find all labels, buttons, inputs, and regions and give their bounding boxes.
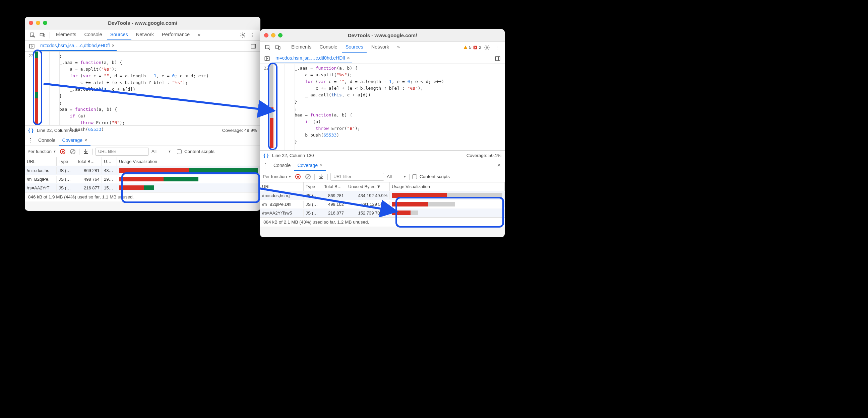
col-url[interactable]: URL <box>25 157 57 166</box>
url-filter-input[interactable] <box>331 173 384 181</box>
close-icon[interactable]: × <box>320 163 322 168</box>
cell-url: /rs=AA2YrTsw5 <box>260 209 304 216</box>
minimize-window-icon[interactable] <box>271 33 276 37</box>
col-unused[interactable]: U… <box>102 157 117 166</box>
close-icon[interactable]: × <box>112 42 115 48</box>
type-filter-select[interactable]: All▼ <box>152 149 171 154</box>
code-line: throw Error("B"); <box>275 125 444 132</box>
col-unused[interactable]: Unused Bytes ▼ <box>346 182 390 191</box>
tab-sources[interactable]: Sources <box>342 42 367 53</box>
coverage-row[interactable]: /m=B2qlPe, JS (… 498 764 293 … <box>25 175 260 183</box>
close-window-icon[interactable] <box>264 33 269 37</box>
errors-badge[interactable]: 2 <box>473 45 481 50</box>
drawer-tab-coverage[interactable]: Coverage× <box>59 136 91 146</box>
tab-sources[interactable]: Sources <box>107 30 131 40</box>
gear-icon[interactable] <box>238 31 247 39</box>
tab-console[interactable]: Console <box>316 42 341 53</box>
close-drawer-icon[interactable]: × <box>494 162 503 169</box>
gear-icon[interactable] <box>483 43 491 52</box>
content-scripts-label: Content scripts <box>184 149 215 154</box>
clear-icon[interactable] <box>69 148 76 155</box>
file-tab-active[interactable]: m=cdos,hsm,jsa,…c,dtl0hd,eHDfl × <box>274 54 352 63</box>
traffic-lights <box>264 33 282 37</box>
coverage-row[interactable]: /m=cdos,hs JS (… 869 281 435 … <box>25 166 260 175</box>
kebab-icon[interactable]: ⋮ <box>26 137 35 144</box>
tab-elements[interactable]: Elements <box>53 30 80 40</box>
col-usage[interactable]: Usage Visualization <box>390 182 505 191</box>
toggle-navigator-icon[interactable] <box>263 54 272 63</box>
code-line: throw Error("B"); <box>39 119 209 126</box>
tab-console[interactable]: Console <box>81 30 105 40</box>
coverage-mode-select[interactable]: Per function▼ <box>263 174 291 179</box>
coverage-row[interactable]: /rs=AA2YrT JS (… 216 877 155 … <box>25 183 260 192</box>
tabs-overflow[interactable]: » <box>394 42 403 53</box>
code-editor[interactable]: 22 ; _.aaa = function(a, b) { a = a.spli… <box>25 51 260 125</box>
file-tab-active[interactable]: m=cdos,hsm,jsa,…c,dtl0hd,eHDfl × <box>38 41 117 51</box>
minimize-window-icon[interactable] <box>36 21 40 25</box>
drawer-tab-console[interactable]: Console <box>270 161 294 171</box>
col-total[interactable]: Total B… <box>322 182 346 191</box>
maximize-window-icon[interactable] <box>43 21 47 25</box>
warnings-badge[interactable]: 5 <box>463 45 471 50</box>
col-total[interactable]: Total B… <box>75 157 102 166</box>
export-icon[interactable] <box>317 173 325 180</box>
toggle-navigator-icon[interactable] <box>28 42 36 50</box>
coverage-row[interactable]: /m=cdos,hsm,j JS (… 869,281 434,192 49.9… <box>260 191 505 200</box>
kebab-icon[interactable]: ⋮ <box>261 162 270 169</box>
device-toggle-icon[interactable] <box>274 43 282 52</box>
toggle-debugger-icon[interactable] <box>493 54 502 63</box>
coverage-status: Coverage: 49.9% <box>222 128 257 133</box>
coverage-summary: 846 kB of 1.9 MB (44%) used so far, 1.1 … <box>25 192 260 202</box>
code-line: c += a[e] + (e < b.length ? b[e] : "%s")… <box>275 85 444 92</box>
kebab-icon[interactable]: ⋮ <box>248 31 257 39</box>
coverage-row[interactable]: /m=B2qlPe,Dhl JS (… 499,102 291,129 58… <box>260 200 505 209</box>
tab-network[interactable]: Network <box>368 42 393 53</box>
close-window-icon[interactable] <box>29 21 33 25</box>
record-icon[interactable] <box>59 148 66 155</box>
col-url[interactable]: URL <box>260 182 304 191</box>
drawer-tab-console[interactable]: Console <box>35 136 59 146</box>
code-line: _.aaa = function(a, b) { <box>275 65 444 72</box>
content-scripts-checkbox[interactable] <box>412 174 417 179</box>
url-filter-input[interactable] <box>95 148 149 155</box>
drawer-tab-coverage[interactable]: Coverage× <box>294 161 326 171</box>
toggle-debugger-icon[interactable] <box>249 42 258 50</box>
cell-type: JS (… <box>304 209 322 216</box>
pretty-print-icon[interactable]: { } <box>28 128 33 133</box>
tabs-overflow[interactable]: » <box>194 30 204 40</box>
code-line: baa = function(a, b) { <box>39 106 209 113</box>
col-usage[interactable]: Usage Visualization <box>117 157 260 166</box>
traffic-lights <box>29 21 47 25</box>
cell-unused: 434,192 49.9% <box>346 192 390 199</box>
close-icon[interactable]: × <box>85 138 87 143</box>
svg-rect-16 <box>495 57 500 61</box>
tab-elements[interactable]: Elements <box>288 42 315 53</box>
coverage-gutter <box>35 51 38 125</box>
code-line: if (a) <box>275 118 444 125</box>
kebab-icon[interactable]: ⋮ <box>493 43 501 52</box>
code-line: baa = function(a, b) { <box>275 112 444 118</box>
device-toggle-icon[interactable] <box>38 31 47 39</box>
svg-point-18 <box>297 176 299 178</box>
cell-type: JS (… <box>57 184 75 191</box>
maximize-window-icon[interactable] <box>278 33 282 37</box>
clear-icon[interactable] <box>304 173 312 180</box>
record-icon[interactable] <box>294 173 302 180</box>
pretty-print-icon[interactable]: { } <box>264 152 269 158</box>
coverage-mode-select[interactable]: Per function▼ <box>28 149 56 154</box>
col-type[interactable]: Type <box>304 182 322 191</box>
close-icon[interactable]: × <box>347 55 350 61</box>
window-title: DevTools - www.google.com/ <box>29 20 256 26</box>
window-title: DevTools - www.google.com/ <box>264 32 501 38</box>
tab-network[interactable]: Network <box>133 30 157 40</box>
inspect-icon[interactable] <box>264 43 272 52</box>
code-editor[interactable]: 22 _.aaa = function(a, b) { a = a.split(… <box>260 64 505 150</box>
coverage-row[interactable]: /rs=AA2YrTsw5 JS (… 216,877 152,739 70.4… <box>260 209 505 217</box>
col-type[interactable]: Type <box>57 157 75 166</box>
code-line: _.aa.call(this, c + a[d]) <box>39 86 209 93</box>
export-icon[interactable] <box>82 148 90 155</box>
tab-performance[interactable]: Performance <box>158 30 193 40</box>
type-filter-select[interactable]: All▼ <box>387 174 406 179</box>
inspect-icon[interactable] <box>28 31 37 39</box>
content-scripts-checkbox[interactable] <box>177 149 182 154</box>
